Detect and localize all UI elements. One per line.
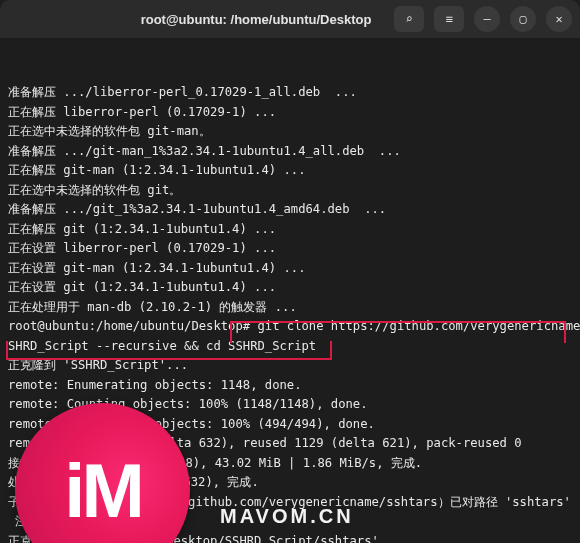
- minimize-icon: —: [483, 12, 490, 26]
- terminal-line: 正在解压 git (1:2.34.1-1ubuntu1.4) ...: [8, 220, 572, 240]
- window-title: root@ubuntu: /home/ubuntu/Desktop: [118, 12, 394, 27]
- search-button[interactable]: ⌕: [394, 6, 424, 32]
- window-titlebar: root@ubuntu: /home/ubuntu/Desktop ⌕ ≡ — …: [0, 0, 580, 38]
- terminal-line: 正在设置 liberror-perl (0.17029-1) ...: [8, 239, 572, 259]
- terminal-line: 正在处理用于 man-db (2.10.2-1) 的触发器 ...: [8, 298, 572, 318]
- maximize-icon: ▢: [519, 12, 526, 26]
- watermark-logo-text: iM: [64, 481, 140, 501]
- menu-button[interactable]: ≡: [434, 6, 464, 32]
- terminal-line: 正在选中未选择的软件包 git。: [8, 181, 572, 201]
- terminal-line: SHRD_Script --recursive && cd SSHRD_Scri…: [8, 337, 572, 357]
- terminal-line: 正在解压 liberror-perl (0.17029-1) ...: [8, 103, 572, 123]
- close-button[interactable]: ✕: [546, 6, 572, 32]
- terminal-line: 正在设置 git-man (1:2.34.1-1ubuntu1.4) ...: [8, 259, 572, 279]
- terminal-output[interactable]: 准备解压 .../liberror-perl_0.17029-1_all.deb…: [0, 38, 580, 543]
- maximize-button[interactable]: ▢: [510, 6, 536, 32]
- titlebar-controls: ⌕ ≡ — ▢ ✕: [394, 6, 572, 32]
- terminal-line: 准备解压 .../git_1%3a2.34.1-1ubuntu1.4_amd64…: [8, 200, 572, 220]
- terminal-line: 正在解压 git-man (1:2.34.1-1ubuntu1.4) ...: [8, 161, 572, 181]
- close-icon: ✕: [555, 12, 562, 26]
- terminal-line: 正在设置 git (1:2.34.1-1ubuntu1.4) ...: [8, 278, 572, 298]
- hamburger-icon: ≡: [445, 12, 452, 26]
- terminal-line: root@ubuntu:/home/ubuntu/Desktop# git cl…: [8, 317, 572, 337]
- terminal-line: 准备解压 .../git-man_1%3a2.34.1-1ubuntu1.4_a…: [8, 142, 572, 162]
- terminal-line: 正克隆到 'SSHRD_Script'...: [8, 356, 572, 376]
- minimize-button[interactable]: —: [474, 6, 500, 32]
- terminal-line: 正在选中未选择的软件包 git-man。: [8, 122, 572, 142]
- terminal-line: 准备解压 .../liberror-perl_0.17029-1_all.deb…: [8, 83, 572, 103]
- terminal-line: remote: Enumerating objects: 1148, done.: [8, 376, 572, 396]
- search-icon: ⌕: [405, 12, 412, 26]
